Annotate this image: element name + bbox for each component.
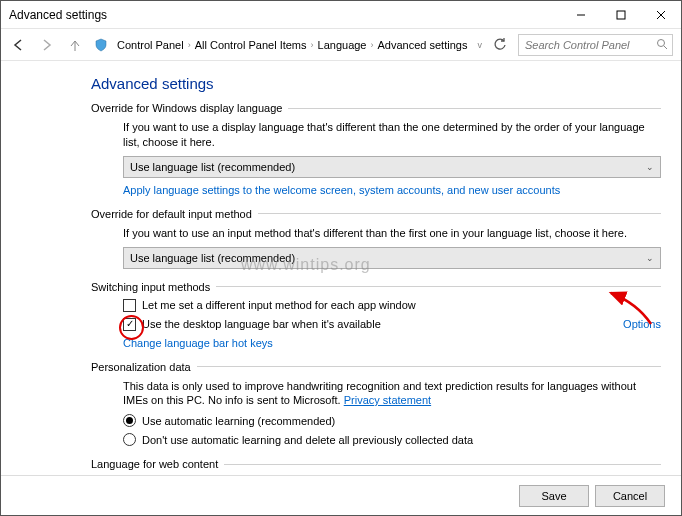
- section-heading: Switching input methods: [91, 281, 661, 293]
- checkbox-icon[interactable]: [123, 318, 136, 331]
- section-web-content: Language for web content Don't let websi…: [91, 458, 661, 475]
- section-text: If you want to use a display language th…: [123, 120, 661, 150]
- section-display-language: Override for Windows display language If…: [91, 102, 661, 196]
- svg-point-4: [658, 39, 665, 46]
- input-method-dropdown[interactable]: Use language list (recommended) ⌄: [123, 247, 661, 269]
- search-icon: [656, 38, 668, 52]
- up-button[interactable]: [65, 35, 85, 55]
- breadcrumb[interactable]: Control Panel› All Control Panel Items› …: [117, 39, 470, 51]
- section-heading: Personalization data: [91, 361, 661, 373]
- breadcrumb-item[interactable]: Control Panel: [117, 39, 184, 51]
- privacy-link[interactable]: Privacy statement: [344, 394, 431, 406]
- window-controls: [561, 1, 681, 28]
- section-heading: Override for Windows display language: [91, 102, 661, 114]
- navbar: Control Panel› All Control Panel Items› …: [1, 29, 681, 61]
- section-text: This data is only used to improve handwr…: [123, 379, 661, 409]
- radio-icon[interactable]: [123, 414, 136, 427]
- chevron-down-icon: ⌄: [646, 253, 654, 263]
- breadcrumb-item[interactable]: Language: [318, 39, 367, 51]
- search-input[interactable]: Search Control Panel: [518, 34, 673, 56]
- page-title: Advanced settings: [91, 75, 661, 92]
- radio-icon[interactable]: [123, 433, 136, 446]
- breadcrumb-chevron[interactable]: v: [478, 40, 483, 50]
- titlebar: Advanced settings: [1, 1, 681, 29]
- forward-button[interactable]: [37, 35, 57, 55]
- radio-auto-learning[interactable]: Use automatic learning (recommended): [123, 414, 661, 427]
- back-button[interactable]: [9, 35, 29, 55]
- minimize-button[interactable]: [561, 1, 601, 28]
- section-personalization: Personalization data This data is only u…: [91, 361, 661, 447]
- close-button[interactable]: [641, 1, 681, 28]
- change-hotkeys-link[interactable]: Change language bar hot keys: [123, 337, 273, 349]
- section-text: If you want to use an input method that'…: [123, 226, 661, 241]
- breadcrumb-item[interactable]: Advanced settings: [378, 39, 468, 51]
- cancel-button[interactable]: Cancel: [595, 485, 665, 507]
- checkbox-desktop-language-bar[interactable]: Use the desktop language bar when it's a…: [123, 318, 661, 331]
- display-language-dropdown[interactable]: Use language list (recommended) ⌄: [123, 156, 661, 178]
- chevron-right-icon: ›: [371, 40, 374, 50]
- search-placeholder: Search Control Panel: [525, 39, 630, 51]
- chevron-right-icon: ›: [311, 40, 314, 50]
- save-button[interactable]: Save: [519, 485, 589, 507]
- checkbox-per-app-input[interactable]: Let me set a different input method for …: [123, 299, 661, 312]
- section-switching: Switching input methods Let me set a dif…: [91, 281, 661, 349]
- chevron-down-icon: ⌄: [646, 162, 654, 172]
- content-area: Advanced settings Override for Windows d…: [1, 61, 681, 475]
- section-heading: Override for default input method: [91, 208, 661, 220]
- options-link[interactable]: Options: [623, 318, 661, 330]
- window-title: Advanced settings: [9, 8, 561, 22]
- breadcrumb-item[interactable]: All Control Panel Items: [195, 39, 307, 51]
- svg-rect-1: [617, 11, 625, 19]
- apply-welcome-link[interactable]: Apply language settings to the welcome s…: [123, 184, 560, 196]
- section-heading: Language for web content: [91, 458, 661, 470]
- svg-line-5: [664, 46, 667, 49]
- radio-no-auto-learning[interactable]: Don't use automatic learning and delete …: [123, 433, 661, 446]
- refresh-button[interactable]: [490, 37, 510, 53]
- footer: Save Cancel: [1, 475, 681, 515]
- chevron-right-icon: ›: [188, 40, 191, 50]
- maximize-button[interactable]: [601, 1, 641, 28]
- shield-icon: [93, 37, 109, 53]
- section-input-method: Override for default input method If you…: [91, 208, 661, 269]
- checkbox-icon[interactable]: [123, 299, 136, 312]
